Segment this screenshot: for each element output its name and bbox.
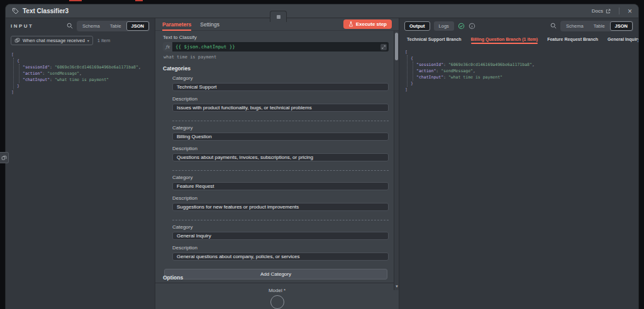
flask-icon [348,21,353,27]
categories-section-label: Categories [163,65,389,72]
chevron-down-icon: ▾ [87,38,89,43]
input-json-viewer: [{"sessionId": "6069e36c0cd146169a496be6… [11,52,155,95]
description-input-1[interactable]: Issues with product functionality, bugs,… [172,104,389,112]
category-separator [172,220,389,220]
view-tab-json[interactable]: JSON [126,21,149,31]
input-panel-header: INPUT SchemaTableJSON [6,18,155,33]
category-separator [172,121,389,121]
category-input-2[interactable]: Billing Question [172,133,389,141]
input-source-selector[interactable]: When chat message received ▾ [11,36,93,45]
background-node-fragment [135,0,143,1]
input-run-row: When chat message received ▾ 1 item [11,36,150,45]
json-line: "sessionId": "6069e36c0cd146169a496be6a1… [405,62,638,68]
tab-settings[interactable]: Settings [200,18,219,30]
scrollbar-down-arrow[interactable]: ▼ [394,283,399,290]
json-line: "sessionId": "6069e36c0cd146169a496be6a1… [11,64,155,70]
docs-label: Docs [592,8,603,14]
external-link-icon [606,9,611,14]
category-field-label: Category [172,224,389,230]
view-tab-json[interactable]: JSON [610,21,633,31]
node-title: Text Classifier3 [23,8,69,14]
logs-tab[interactable]: Logs [434,21,454,31]
output-json-viewer: [{"sessionId": "6069e36c0cd146169a496be6… [405,49,638,93]
parameters-panel: ParametersSettings Execute step Text to … [155,18,399,309]
node-header: Text Classifier3 Docs × [6,4,638,18]
input-mapper-handle[interactable] [0,152,9,163]
model-connector-endpoint[interactable] [270,295,284,309]
json-line: ] [405,87,638,93]
tab-parameters[interactable]: Parameters [162,18,191,30]
expression-input[interactable]: {{ $json.chatInput }} [172,42,389,52]
execute-step-button[interactable]: Execute step [343,19,392,29]
background-node-fragment [69,0,82,1]
node-icon-tab [270,11,287,22]
indent-guide [13,58,14,89]
expression-value: {{ $json.chatInput }} [175,44,235,50]
output-view-switcher: SchemaTableJSON [560,21,633,31]
output-branch-tabs: Technical Support BranchBilling Question… [399,34,638,44]
json-line: } [11,83,155,89]
json-line: "action": "sendMessage", [405,68,638,74]
node-mini-icon [277,15,280,19]
indent-guide [19,64,19,83]
view-tab-table[interactable]: Table [105,21,126,31]
category-input-4[interactable]: General Inquiry [172,232,389,240]
view-tab-table[interactable]: Table [589,21,610,31]
view-tab-schema[interactable]: Schema [77,21,105,31]
json-line: { [405,55,638,62]
output-panel-header: Output Logs SchemaTableJSON [399,18,638,33]
info-circle-icon [469,23,475,30]
overlapping-pages-icon [1,155,7,161]
node-icon [12,8,19,14]
text-to-classify-field: ƒx {{ $json.chatInput }} [163,42,389,52]
model-connector-label: Model * [269,288,286,293]
category-field-label: Category [172,125,389,131]
description-field-label: Description [172,96,389,102]
category-input-1[interactable]: Technical Support [172,83,389,91]
parameters-tabs: ParametersSettings [162,18,219,30]
description-input-3[interactable]: Suggestions for new features or product … [172,203,389,211]
header-divider [619,8,619,14]
parameters-content: Text to Classify ƒx {{ $json.chatInput }… [155,31,399,283]
workflow-canvas-background: Text Classifier3 Docs × INPUT [0,0,644,309]
docs-link[interactable]: Docs [592,8,611,14]
options-section-label: Options [163,274,389,281]
input-panel-title: INPUT [11,23,34,29]
indent-guide [413,62,413,80]
branch-tab-4[interactable]: General Inquiry Branch [608,34,638,44]
description-input-2[interactable]: Questions about payments, invoices, subs… [172,153,389,161]
input-panel: INPUT SchemaTableJSON When chat message … [6,18,155,309]
json-line: "action": "sendMessage", [11,70,155,77]
input-items-count: 1 item [97,38,110,43]
branch-tab-3[interactable]: Feature Request Branch [547,34,598,44]
close-button[interactable]: × [628,8,632,15]
description-field-label: Description [172,245,389,251]
node-body: INPUT SchemaTableJSON When chat message … [6,18,638,309]
input-view-switcher: SchemaTableJSON [77,21,150,31]
execute-step-label: Execute step [356,21,387,27]
parameters-scrollbar[interactable]: ▼ [394,31,399,290]
input-source-label: When chat message received [23,38,85,43]
output-tab[interactable]: Output [404,21,430,31]
node-details-view: Text Classifier3 Docs × INPUT [5,4,639,309]
branch-tab-2[interactable]: Billing Question Branch (1 item) [471,34,538,44]
search-icon[interactable] [67,23,73,29]
json-line: "chatInput": "what time is payment" [11,77,155,83]
chat-trigger-icon [14,38,20,43]
expression-fx-icon: ƒx [163,42,172,52]
category-input-3[interactable]: Feature Request [172,182,389,190]
description-field-label: Description [172,195,389,201]
json-line: { [11,58,155,64]
search-icon[interactable] [550,23,557,29]
description-input-4[interactable]: General questions about company, policie… [172,252,389,261]
success-check-icon [458,23,465,30]
output-panel: Output Logs SchemaTableJSON Technical Su… [399,18,638,309]
scrollbar-thumb[interactable] [395,33,398,60]
expand-expression-icon[interactable] [380,44,387,50]
json-line: } [405,80,638,87]
view-tab-schema[interactable]: Schema [561,21,589,31]
description-field-label: Description [172,146,389,151]
json-line: [ [405,49,638,55]
branch-tab-1[interactable]: Technical Support Branch [407,34,462,44]
category-separator [172,170,389,171]
